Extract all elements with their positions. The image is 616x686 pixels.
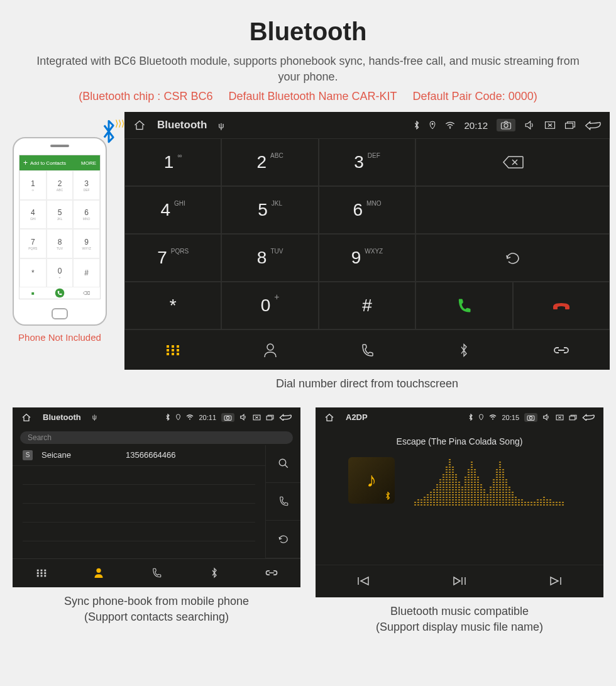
key-star[interactable]: * <box>124 282 221 329</box>
signal-icon: ⟩⟩⟩ <box>115 118 124 128</box>
tab-bluetooth[interactable] <box>185 558 243 587</box>
call-icon <box>47 287 74 299</box>
call-button[interactable] <box>415 282 512 329</box>
tab-contacts[interactable] <box>70 558 128 587</box>
key-5[interactable]: 5JKL <box>221 186 318 234</box>
wifi-icon <box>445 121 455 129</box>
volume-icon[interactable] <box>524 120 536 130</box>
clock-time: 20:11 <box>199 414 216 421</box>
wifi-icon <box>489 414 497 420</box>
backspace-icon: ⌫ <box>73 287 100 299</box>
svg-point-1 <box>432 123 434 125</box>
spec-name: Default Bluetooth Name CAR-KIT <box>228 90 397 103</box>
contact-name: Seicane <box>41 450 117 460</box>
key-4[interactable]: 4GHI <box>124 186 221 234</box>
close-window-icon[interactable] <box>253 414 261 421</box>
phone-mockup: ⟩⟩⟩ + Add to Contacts MORE 1∞2ABC3DEF 4G… <box>13 137 107 326</box>
location-icon <box>478 414 484 421</box>
contact-row[interactable]: S Seicane 13566664466 <box>13 445 265 466</box>
svg-rect-23 <box>37 569 39 571</box>
tab-bluetooth[interactable] <box>415 329 512 370</box>
visualizer <box>407 455 571 506</box>
svg-rect-8 <box>172 345 174 348</box>
a2dp-caption: Bluetooth music compatible (Support disp… <box>316 604 603 635</box>
sync-button[interactable] <box>265 521 300 558</box>
key-hash[interactable]: # <box>319 282 415 329</box>
home-icon[interactable] <box>324 413 334 422</box>
spec-chip: (Bluetooth chip : CSR BC6 <box>79 90 212 103</box>
back-icon[interactable] <box>279 414 292 421</box>
key-2[interactable]: 2ABC <box>221 138 318 186</box>
next-button[interactable] <box>507 565 603 597</box>
key-1[interactable]: 1∞ <box>124 138 221 186</box>
search-input[interactable]: Search <box>20 431 293 444</box>
volume-icon[interactable] <box>542 414 551 421</box>
clock-time: 20:12 <box>464 120 488 131</box>
key-6[interactable]: 6MNO <box>319 186 415 234</box>
dialer-screen: Bluetooth ψ 20:12 <box>124 112 610 370</box>
close-window-icon[interactable] <box>544 121 556 130</box>
svg-rect-13 <box>167 353 169 355</box>
location-icon <box>175 414 181 421</box>
svg-rect-14 <box>172 353 174 355</box>
back-icon[interactable] <box>585 120 601 130</box>
phone-header: + Add to Contacts MORE <box>19 155 100 170</box>
bluetooth-status-icon <box>414 121 420 130</box>
svg-point-16 <box>267 344 273 350</box>
key-backspace[interactable] <box>415 138 610 186</box>
tab-callhistory[interactable] <box>128 558 185 587</box>
home-icon[interactable] <box>21 413 31 422</box>
key-redial[interactable] <box>415 234 610 282</box>
key-9[interactable]: 9WXYZ <box>319 234 415 282</box>
phone-keypad: 1∞2ABC3DEF 4GHI5JKL6MNO 7PQRS8TUV9WXYZ *… <box>19 170 100 287</box>
tab-callhistory[interactable] <box>319 329 415 370</box>
key-3[interactable]: 3DEF <box>319 138 415 186</box>
play-pause-button[interactable] <box>412 565 508 597</box>
svg-rect-26 <box>37 572 39 574</box>
close-window-icon[interactable] <box>556 414 564 421</box>
svg-rect-30 <box>40 575 42 577</box>
usb-icon: ψ <box>92 414 97 421</box>
prev-button[interactable] <box>316 565 412 597</box>
screen-title: A2DP <box>346 412 368 422</box>
tab-keypad[interactable] <box>124 329 221 370</box>
spec-code: Default Pair Code: 0000) <box>413 90 537 103</box>
svg-rect-25 <box>44 569 46 571</box>
bluetooth-icon: ⟩⟩⟩ <box>99 119 118 143</box>
tab-pair[interactable] <box>243 558 300 587</box>
svg-point-4 <box>504 124 508 128</box>
home-icon[interactable] <box>133 119 146 131</box>
svg-rect-7 <box>167 345 169 348</box>
screenshot-icon[interactable] <box>497 119 515 131</box>
svg-point-32 <box>97 568 101 573</box>
call-button[interactable] <box>265 483 300 521</box>
recent-apps-icon[interactable] <box>564 121 576 130</box>
screenshot-icon[interactable] <box>524 413 537 422</box>
phone-not-included-label: Phone Not Included <box>6 332 113 343</box>
screen-title: Bluetooth <box>43 412 81 422</box>
more-label: MORE <box>81 160 96 166</box>
svg-rect-11 <box>172 349 174 351</box>
key-8[interactable]: 8TUV <box>221 234 318 282</box>
page-title: Bluetooth <box>6 18 610 46</box>
svg-rect-27 <box>40 572 42 574</box>
key-0[interactable]: 0+ <box>221 282 318 329</box>
search-button[interactable] <box>265 445 300 483</box>
tab-keypad[interactable] <box>13 558 70 587</box>
key-7[interactable]: 7PQRS <box>124 234 221 282</box>
tab-contacts[interactable] <box>221 329 318 370</box>
screenshot-icon[interactable] <box>221 413 234 422</box>
tab-pair[interactable] <box>513 329 610 370</box>
recent-apps-icon[interactable] <box>569 414 577 421</box>
recent-apps-icon[interactable] <box>266 414 274 421</box>
hangup-button[interactable] <box>513 282 610 329</box>
back-icon[interactable] <box>582 414 595 421</box>
dialer-caption: Dial number direct from touchscreen <box>124 376 610 392</box>
svg-point-22 <box>279 459 286 466</box>
phonebook-caption: Sync phone-book from mobile phone (Suppo… <box>13 594 300 625</box>
contact-number: 13566664466 <box>126 450 176 460</box>
cell-empty <box>415 186 610 234</box>
dialer-keypad: 1∞ 2ABC 3DEF 4GHI 5JKL 6MNO 7PQRS 8TUV 9… <box>124 138 610 329</box>
svg-rect-31 <box>44 575 46 577</box>
volume-icon[interactable] <box>239 414 248 421</box>
